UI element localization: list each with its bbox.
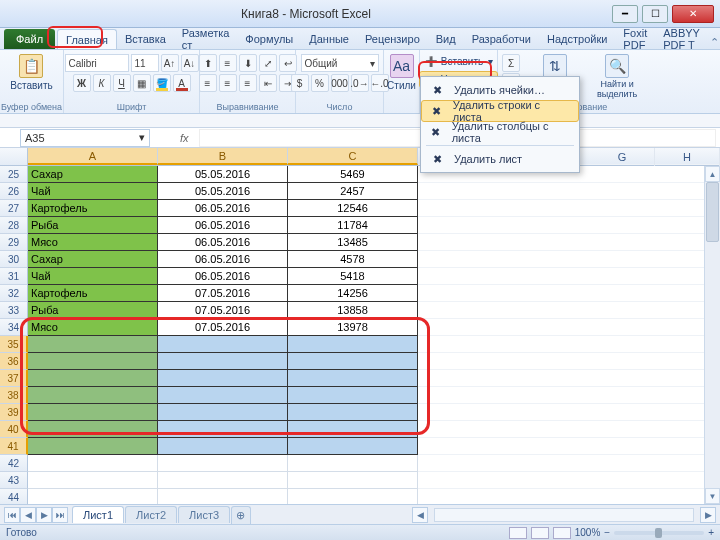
sheet-tab-3[interactable]: Лист3 <box>178 506 230 523</box>
row-header[interactable]: 35 <box>0 336 28 353</box>
cell[interactable] <box>418 217 720 234</box>
table-row[interactable]: 35 <box>0 336 720 353</box>
table-row[interactable]: 42 <box>0 455 720 472</box>
table-row[interactable]: 34Мясо07.05.201613978 <box>0 319 720 336</box>
table-row[interactable]: 33Рыба07.05.201613858 <box>0 302 720 319</box>
view-layout-icon[interactable] <box>531 527 549 539</box>
table-row[interactable]: 38 <box>0 387 720 404</box>
align-top-icon[interactable]: ⬆ <box>199 54 217 72</box>
cell[interactable]: 06.05.2016 <box>158 200 288 217</box>
cell[interactable]: Сахар <box>28 251 158 268</box>
sheet-nav-last-icon[interactable]: ⏭ <box>52 507 68 523</box>
increase-font-icon[interactable]: A↑ <box>161 54 179 72</box>
cell[interactable] <box>418 319 720 336</box>
row-header[interactable]: 30 <box>0 251 28 268</box>
decrease-font-icon[interactable]: A↓ <box>181 54 199 72</box>
autosum-icon[interactable]: Σ <box>502 54 520 72</box>
underline-icon[interactable]: Ч <box>113 74 131 92</box>
cell[interactable] <box>288 455 418 472</box>
menu-item-1[interactable]: ✖Удалить строки с листа <box>421 100 579 122</box>
row-header[interactable]: 42 <box>0 455 28 472</box>
sheet-nav-next-icon[interactable]: ▶ <box>36 507 52 523</box>
cell[interactable] <box>418 336 720 353</box>
col-header-G[interactable]: G <box>590 148 655 166</box>
zoom-out-icon[interactable]: − <box>604 527 610 538</box>
table-row[interactable]: 28Рыба06.05.201611784 <box>0 217 720 234</box>
menu-item-3[interactable]: ✖Удалить лист <box>422 148 578 170</box>
font-name-combo[interactable]: Calibri <box>65 54 129 72</box>
cell[interactable] <box>418 472 720 489</box>
cell[interactable]: 07.05.2016 <box>158 302 288 319</box>
ribbon-tab-5[interactable]: Рецензиро <box>357 29 428 49</box>
align-left-icon[interactable]: ≡ <box>199 74 217 92</box>
ribbon-tab-2[interactable]: Разметка ст <box>174 29 238 49</box>
cell[interactable] <box>28 387 158 404</box>
wrap-text-icon[interactable]: ↩ <box>279 54 297 72</box>
cell[interactable]: Мясо <box>28 234 158 251</box>
cell[interactable] <box>28 336 158 353</box>
table-row[interactable]: 30Сахар06.05.20164578 <box>0 251 720 268</box>
cell[interactable]: 2457 <box>288 183 418 200</box>
scroll-up-icon[interactable]: ▲ <box>705 166 720 182</box>
cell[interactable] <box>28 370 158 387</box>
cell[interactable]: 06.05.2016 <box>158 234 288 251</box>
fx-label[interactable]: fx <box>180 132 189 144</box>
cell[interactable] <box>28 455 158 472</box>
cell[interactable] <box>158 421 288 438</box>
fill-color-icon[interactable]: 🪣 <box>153 74 171 92</box>
cell[interactable] <box>418 200 720 217</box>
table-row[interactable]: 27Картофель06.05.201612546 <box>0 200 720 217</box>
cell[interactable] <box>288 353 418 370</box>
cell[interactable] <box>288 421 418 438</box>
cell[interactable] <box>28 421 158 438</box>
font-size-combo[interactable]: 11 <box>131 54 159 72</box>
ribbon-minimize-icon[interactable]: ⌃ <box>708 35 720 49</box>
borders-icon[interactable]: ▦ <box>133 74 151 92</box>
table-row[interactable]: 40 <box>0 421 720 438</box>
align-bottom-icon[interactable]: ⬇ <box>239 54 257 72</box>
cell[interactable] <box>288 404 418 421</box>
cell[interactable] <box>418 268 720 285</box>
align-middle-icon[interactable]: ≡ <box>219 54 237 72</box>
ribbon-tab-10[interactable]: ABBYY PDF T <box>655 29 708 49</box>
cell[interactable]: 07.05.2016 <box>158 319 288 336</box>
cell[interactable]: 13485 <box>288 234 418 251</box>
cell[interactable] <box>418 455 720 472</box>
table-row[interactable]: 36 <box>0 353 720 370</box>
sheet-tab-2[interactable]: Лист2 <box>125 506 177 523</box>
table-row[interactable]: 29Мясо06.05.201613485 <box>0 234 720 251</box>
cell[interactable] <box>158 455 288 472</box>
row-header[interactable]: 41 <box>0 438 28 455</box>
cell[interactable]: 05.05.2016 <box>158 166 288 183</box>
menu-item-0[interactable]: ✖Удалить ячейки… <box>422 79 578 101</box>
zoom-slider[interactable] <box>614 531 704 535</box>
spreadsheet-grid[interactable]: A B C G H 25Сахар05.05.2016546926Чай05.0… <box>0 148 720 510</box>
decrease-indent-icon[interactable]: ⇤ <box>259 74 277 92</box>
insert-cells-button[interactable]: ➕Вставить▾ <box>419 53 498 70</box>
scroll-thumb[interactable] <box>706 182 719 242</box>
ribbon-tab-8[interactable]: Надстройки <box>539 29 615 49</box>
find-select-button[interactable]: 🔍 Найти и выделить <box>590 54 644 102</box>
table-row[interactable]: 26Чай05.05.20162457 <box>0 183 720 200</box>
table-row[interactable]: 37 <box>0 370 720 387</box>
ribbon-tab-0[interactable]: Главная <box>57 29 117 49</box>
table-row[interactable]: 41 <box>0 438 720 455</box>
row-header[interactable]: 28 <box>0 217 28 234</box>
ribbon-tab-6[interactable]: Вид <box>428 29 464 49</box>
row-header[interactable]: 39 <box>0 404 28 421</box>
cell[interactable] <box>418 285 720 302</box>
table-row[interactable]: 43 <box>0 472 720 489</box>
ribbon-tab-9[interactable]: Foxit PDF <box>615 29 655 49</box>
vertical-scrollbar[interactable]: ▲ ▼ <box>704 166 720 504</box>
row-header[interactable]: 43 <box>0 472 28 489</box>
align-center-icon[interactable]: ≡ <box>219 74 237 92</box>
col-header-H[interactable]: H <box>655 148 720 166</box>
new-sheet-icon[interactable]: ⊕ <box>231 506 251 524</box>
cell[interactable]: Картофель <box>28 200 158 217</box>
cell[interactable]: 5469 <box>288 166 418 183</box>
cell[interactable] <box>418 183 720 200</box>
cell[interactable]: 12546 <box>288 200 418 217</box>
col-header-C[interactable]: C <box>288 148 418 165</box>
cell[interactable]: 06.05.2016 <box>158 251 288 268</box>
row-header[interactable]: 32 <box>0 285 28 302</box>
